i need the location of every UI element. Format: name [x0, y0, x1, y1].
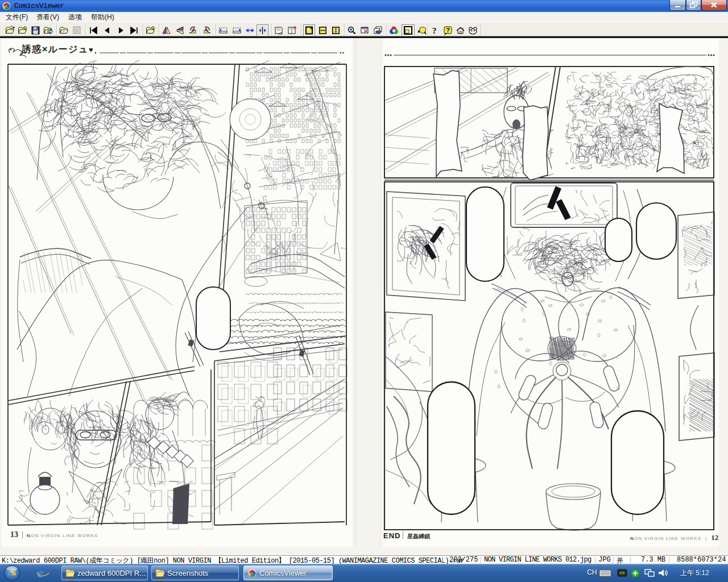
svg-text:?: ?: [446, 27, 450, 34]
svg-text:e: e: [38, 566, 44, 580]
svg-text:?: ?: [432, 26, 437, 35]
svg-text:S: S: [75, 28, 78, 34]
